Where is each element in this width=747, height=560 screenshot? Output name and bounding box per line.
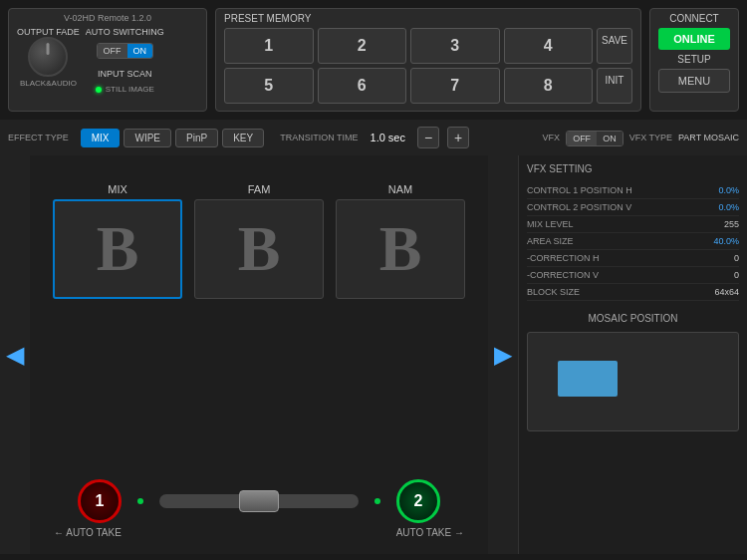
vfx-rows: CONTROL 1 POSITION H0.0%CONTROL 2 POSITI… (527, 182, 739, 301)
online-button[interactable]: ONLINE (658, 28, 730, 50)
center-panel: MIXBFAMBNAMB 1 2 ← AUTO TAKE AUTO TAKE → (30, 155, 488, 554)
black-audio-label: BLACK&AUDIO (20, 79, 77, 88)
output-fade-knob[interactable] (28, 37, 68, 77)
effect-buttons: MIXWIPEPinPKEY (81, 129, 264, 147)
thumbnail-item-fam[interactable]: FAMB (194, 183, 324, 467)
vfx-row--correction-v: -CORRECTION V0 (527, 267, 739, 284)
vfx-row--correction-h: -CORRECTION H0 (527, 250, 739, 267)
left-arrow-button[interactable]: ◀ (0, 155, 30, 554)
transition-label: TRANSITION TIME (280, 133, 358, 142)
right-arrow-button[interactable]: ▶ (488, 155, 518, 554)
vfx-row-value: 0.0% (718, 185, 739, 195)
vfx-row-value: 64x64 (714, 287, 739, 297)
vfx-row-control-2-position-v: CONTROL 2 POSITION V0.0% (527, 199, 739, 216)
thumbnail-box-mix[interactable]: B (53, 199, 182, 299)
vfx-row-label: CONTROL 2 POSITION V (527, 202, 631, 212)
preset-button-5[interactable]: 5 (224, 68, 314, 104)
led-indicator (96, 87, 102, 93)
vfx-controls: VFX OFF ON VFX TYPE PART MOSAIC (543, 129, 739, 146)
thumbnail-letter-nam: B (379, 212, 422, 286)
vfx-label: VFX (543, 133, 561, 142)
vfx-row-block-size: BLOCK SIZE64x64 (527, 284, 739, 301)
preset-title: PRESET MEMORY (224, 13, 632, 24)
vfx-row-label: CONTROL 1 POSITION H (527, 185, 632, 195)
vfx-row-mix-level: MIX LEVEL255 (527, 216, 739, 233)
time-plus-button[interactable]: + (447, 127, 469, 148)
preset-button-2[interactable]: 2 (318, 28, 407, 64)
time-minus-button[interactable]: − (417, 127, 439, 148)
vfx-row-control-1-position-h: CONTROL 1 POSITION H0.0% (527, 182, 739, 199)
channel-1-button[interactable]: 1 (78, 479, 122, 523)
vfx-toggle-off[interactable]: OFF (567, 132, 597, 145)
auto-take-right-label: AUTO TAKE → (396, 527, 464, 538)
thumbnail-box-nam[interactable]: B (336, 199, 465, 299)
vfx-type-label: VFX TYPE (629, 133, 672, 142)
dot-left (137, 498, 143, 504)
vfx-toggle-on[interactable]: ON (597, 132, 622, 145)
channel-1-label: 1 (96, 492, 105, 510)
menu-button[interactable]: MENU (658, 69, 730, 93)
mosaic-block[interactable] (558, 361, 618, 397)
preset-button-6[interactable]: 6 (318, 68, 407, 104)
mosaic-canvas (527, 332, 739, 431)
preset-button-1[interactable]: 1 (224, 28, 314, 64)
auto-switching-toggle[interactable]: OFF ON (97, 43, 154, 59)
thumbnail-label-nam: NAM (388, 183, 412, 195)
vfx-row-value: 255 (724, 219, 739, 229)
transport-area: 1 2 (38, 467, 480, 527)
mosaic-title: MOSAIC POSITION (527, 313, 739, 324)
auto-take-labels: ← AUTO TAKE AUTO TAKE → (38, 527, 480, 546)
vfx-row-value: 40.0% (713, 236, 739, 246)
toggle-off[interactable]: OFF (98, 44, 127, 58)
top-bar: V-02HD Remote 1.2.0 OUTPUT FADE BLACK&AU… (0, 0, 747, 120)
connect-section: CONNECT ONLINE SETUP MENU (649, 8, 739, 112)
app-title: V-02HD Remote 1.2.0 (64, 13, 151, 23)
fader-handle[interactable] (239, 490, 279, 512)
setup-label: SETUP (658, 54, 730, 65)
thumbnail-label-mix: MIX (108, 183, 127, 195)
vfx-setting-title: VFX SETTING (527, 163, 739, 174)
vfx-row-label: -CORRECTION H (527, 253, 600, 263)
effect-type-label: EFFECT TYPE (8, 133, 69, 142)
preset-action-col: SAVE INIT (597, 28, 632, 104)
thumbnail-box-fam[interactable]: B (194, 199, 324, 299)
preset-grid: 12345678 (224, 28, 593, 104)
preset-button-4[interactable]: 4 (504, 28, 594, 64)
toggle-on[interactable]: ON (127, 44, 153, 58)
vfx-row-area-size: AREA SIZE40.0% (527, 233, 739, 250)
channel-2-button[interactable]: 2 (396, 479, 440, 523)
vfx-toggle[interactable]: OFF ON (566, 131, 623, 146)
thumbnail-item-mix[interactable]: MIXB (53, 183, 182, 467)
vfx-row-value: 0 (734, 253, 739, 263)
preset-section: PRESET MEMORY 12345678 SAVE INIT (215, 8, 641, 112)
thumbnail-letter-fam: B (238, 212, 281, 286)
effect-bar: EFFECT TYPE MIXWIPEPinPKEY TRANSITION TI… (0, 120, 747, 155)
vfx-type-value: PART MOSAIC (678, 133, 739, 142)
preset-button-7[interactable]: 7 (410, 68, 500, 104)
preset-button-8[interactable]: 8 (504, 68, 594, 104)
output-section: V-02HD Remote 1.2.0 OUTPUT FADE BLACK&AU… (8, 8, 207, 112)
still-image-label: STILL IMAGE (106, 85, 154, 94)
fader-track[interactable] (159, 494, 359, 508)
effect-button-key[interactable]: KEY (222, 129, 264, 147)
main-content: ◀ MIXBFAMBNAMB 1 2 ← AUTO TAKE AUTO TAKE… (0, 155, 747, 554)
vfx-settings-panel: VFX SETTING CONTROL 1 POSITION H0.0%CONT… (518, 155, 747, 554)
init-button[interactable]: INIT (597, 68, 632, 104)
thumbnail-label-fam: FAM (248, 183, 271, 195)
output-fade-label: OUTPUT FADE (17, 27, 80, 37)
effect-button-wipe[interactable]: WIPE (124, 129, 171, 147)
vfx-row-label: BLOCK SIZE (527, 287, 580, 297)
input-scan-label: INPUT SCAN (98, 69, 151, 79)
effect-button-mix[interactable]: MIX (81, 129, 121, 147)
vfx-row-value: 0.0% (718, 202, 739, 212)
thumbnail-letter-mix: B (97, 212, 139, 286)
thumbnails-area: MIXBFAMBNAMB (38, 183, 480, 467)
auto-take-left-label: ← AUTO TAKE (54, 527, 122, 538)
dot-right (374, 498, 380, 504)
auto-switching-label: AUTO SWITCHING (86, 27, 164, 37)
vfx-row-label: AREA SIZE (527, 236, 574, 246)
preset-button-3[interactable]: 3 (410, 28, 500, 64)
effect-button-pinp[interactable]: PinP (175, 129, 218, 147)
save-button[interactable]: SAVE (597, 28, 632, 64)
thumbnail-item-nam[interactable]: NAMB (336, 183, 465, 467)
